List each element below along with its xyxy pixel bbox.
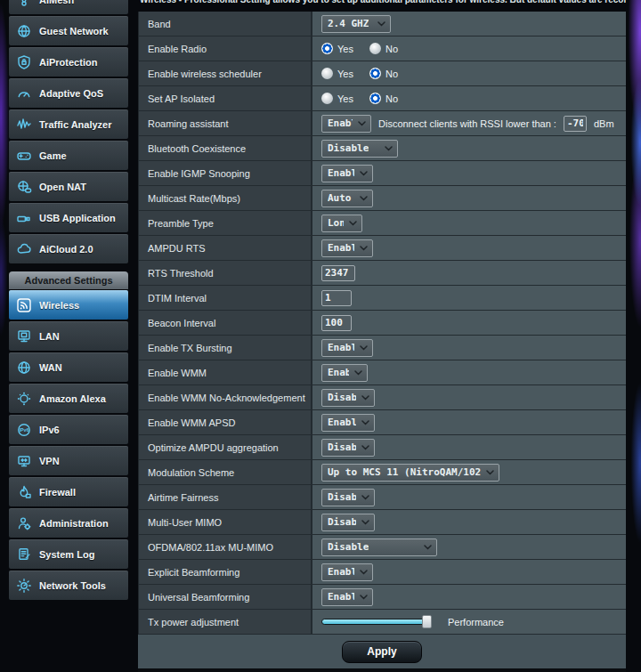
setting-row-dtim-interval: DTIM Interval [139,286,626,311]
chevron-down-icon [361,420,369,425]
setting-row-ampdu-rts: AMPDU RTSEnable [139,236,626,261]
radio-option-no: No [369,93,398,104]
optimize-ampdu-aggregation-select[interactable]: Disable [321,439,375,457]
chevron-down-icon [360,196,368,201]
chevron-down-icon [361,445,369,450]
setting-value [312,261,626,285]
enable-tx-bursting-select[interactable]: Enable [321,339,373,357]
enable-igmp-snooping-select[interactable]: Enable [321,165,373,182]
sidebar-item-system-log[interactable]: System Log [9,539,128,569]
radio-yes[interactable] [321,43,333,54]
radio-option-label: No [385,93,398,104]
setting-row-preamble-type: Preamble TypeLong [139,211,626,236]
sidebar-item-label: Guest Network [39,26,109,36]
firewall-icon [15,484,33,500]
setting-row-airtime-fairness: Airtime FairnessDisable [139,485,626,510]
sidebar-item-wan[interactable]: WAN [9,352,128,382]
sidebar-item-open-nat[interactable]: Open NAT [9,172,128,201]
setting-label: Enable WMM [139,360,312,385]
enable-wmm-no-acknowledgement-select[interactable]: Disable [321,389,375,407]
tx-power-slider-handle[interactable] [422,615,432,628]
sidebar-item-aiprotection[interactable]: AiProtection [9,47,128,77]
bluetooth-coexistence-select[interactable]: Disable [321,140,398,158]
preamble-type-select[interactable]: Long [321,215,362,232]
rssi-threshold-label: Disconnect clients with RSSI lower than … [378,118,556,129]
multi-user-mimo-select[interactable]: Disable [321,514,375,531]
setting-value [312,311,626,335]
setting-value: Disable [312,385,626,409]
setting-value: Enable [312,585,626,609]
sidebar-item-traffic-analyzer[interactable]: Traffic Analyzer [9,109,128,139]
dropdown-value: Enable [328,591,354,603]
setting-label: Multi-User MIMO [139,510,312,534]
open-nat-icon [15,179,33,195]
sidebar-item-label: Game [39,150,67,161]
tx-power-slider[interactable] [321,619,430,625]
setting-value: Auto [312,186,626,210]
apply-button[interactable]: Apply [342,641,422,663]
chevron-down-icon [361,395,369,401]
setting-row-enable-radio: Enable RadioYesNo [139,36,626,61]
sidebar-item-ipv6[interactable]: IPv6IPv6 [9,415,128,444]
radio-no[interactable] [369,93,381,104]
sidebar-item-label: Network Tools [39,580,106,591]
enable-wmm-select[interactable]: Enable [321,364,368,382]
ofdma-802-11ax-mu-mimo-select[interactable]: Disable [321,538,437,556]
sidebar-item-network-tools[interactable]: Network Tools [9,571,128,600]
rts-threshold-input[interactable] [321,265,355,281]
setting-value: Enable [312,410,626,434]
chevron-down-icon [361,520,369,525]
setting-label: Multicast Rate(Mbps) [139,186,312,210]
explicit-beamforming-select[interactable]: Enable [321,563,373,581]
sidebar-item-amazon-alexa[interactable]: Amazon Alexa [9,384,128,413]
cloud-icon [15,241,33,257]
ampdu-rts-select[interactable]: Enable [321,239,373,257]
chevron-down-icon [360,171,368,176]
sidebar-item-label: AiCloud 2.0 [39,244,93,255]
sidebar-item-aimesh[interactable]: AiMesh [9,0,128,14]
sidebar-item-game[interactable]: Game [9,141,128,170]
alexa-icon [15,391,33,407]
dropdown-value: Enable [328,367,349,378]
dropdown-value: Disable [328,516,356,528]
radio-yes[interactable] [321,93,333,104]
sidebar-item-usb-application[interactable]: USB Application [9,203,128,232]
rssi-input[interactable] [564,116,587,132]
setting-value: Long [312,211,626,235]
airtime-fairness-select[interactable]: Disable [321,489,375,506]
chevron-down-icon [361,495,369,500]
ipv6-icon: IPv6 [15,422,33,438]
sidebar-item-administration[interactable]: Administration [9,508,128,538]
setting-value: Enable [312,360,626,385]
dropdown-value: Disable [328,392,356,403]
dropdown-value: 2.4 GHZ [328,18,369,29]
universal-beamforming-select[interactable]: Enable [321,588,373,606]
dropdown-value: Auto [328,192,352,204]
band-select[interactable]: 2.4 GHZ [321,15,391,33]
radio-no[interactable] [369,43,381,54]
roaming-assistant-select[interactable]: Enable [321,115,371,133]
setting-value: Disable [312,435,626,459]
chevron-down-icon [360,246,368,251]
multicast-rate-mbps-select[interactable]: Auto [321,190,373,207]
sidebar-item-adaptive-qos[interactable]: Adaptive QoS [9,78,128,108]
svg-text:IPv6: IPv6 [20,427,29,433]
sidebar-item-wireless[interactable]: Wireless [9,290,128,320]
setting-row-enable-tx-bursting: Enable TX BurstingEnable [139,336,626,360]
beacon-interval-input[interactable] [321,315,352,331]
radio-no[interactable] [369,68,381,79]
sidebar-item-aicloud-2-0[interactable]: AiCloud 2.0 [9,234,128,263]
setting-label: AMPDU RTS [139,236,312,260]
setting-label: Band [139,12,312,36]
sidebar-item-vpn[interactable]: VPN [9,446,128,475]
radio-yes[interactable] [321,68,333,79]
sidebar-item-label: WAN [39,362,62,373]
sidebar-item-lan[interactable]: LAN [9,321,128,351]
sidebar-item-guest-network[interactable]: Guest Network [9,16,128,45]
setting-value: Disable [312,485,626,509]
dtim-interval-input[interactable] [321,290,352,306]
modulation-scheme-select[interactable]: Up to MCS 11 (NitroQAM/1024-QAM) [321,464,499,482]
sidebar-item-firewall[interactable]: Firewall [9,477,128,506]
network-tools-icon [15,578,33,594]
enable-wmm-apsd-select[interactable]: Enable [321,414,375,432]
